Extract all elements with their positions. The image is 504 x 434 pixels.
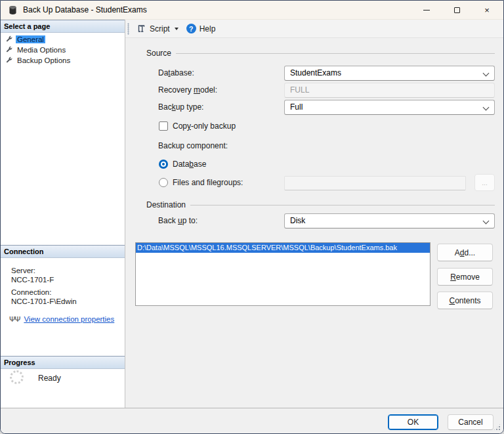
sidebar: Select a page GeneralMedia OptionsBackup…	[1, 20, 125, 408]
back-up-to-value: Disk	[290, 216, 305, 225]
minimize-button[interactable]	[411, 1, 442, 20]
wrench-icon	[5, 35, 13, 43]
titlebar: Back Up Database - StudentExams ×	[1, 1, 503, 20]
destination-group-header: Destination	[146, 200, 495, 209]
chevron-down-icon	[483, 218, 490, 225]
chevron-down-icon	[483, 104, 490, 111]
backup-database-dialog: Back Up Database - StudentExams × Select…	[0, 0, 504, 434]
maximize-icon	[454, 7, 460, 13]
minimize-icon	[423, 10, 430, 11]
database-radio[interactable]	[159, 160, 168, 169]
chevron-down-icon	[483, 70, 490, 77]
backup-destinations-listbox[interactable]: D:\Data\MSSQL\MSSQL16.MSSQLSERVER\MSSQL\…	[135, 242, 430, 306]
backup-component-database-row: Database	[159, 159, 206, 169]
plug-icon: ΨΨ	[9, 315, 20, 324]
backup-type-combobox[interactable]: Full	[284, 100, 495, 115]
back-up-to-combobox[interactable]: Disk	[284, 213, 495, 228]
backup-component-files-row: Files and filegroups:	[159, 177, 243, 188]
content-area: Source Database: StudentExams Recovery m…	[125, 38, 503, 408]
resize-grip[interactable]	[494, 423, 501, 431]
copy-only-backup-row: Copy-only backup	[159, 121, 236, 131]
window-title: Back Up Database - StudentExams	[23, 5, 147, 14]
select-a-page-header: Select a page	[1, 20, 125, 33]
source-group-label: Source	[146, 49, 171, 58]
database-icon	[8, 5, 18, 15]
connection-header: Connection	[1, 245, 125, 258]
database-value: StudentExams	[290, 68, 341, 77]
progress-header: Progress	[1, 356, 125, 369]
help-icon: ?	[186, 24, 196, 33]
script-icon	[136, 24, 146, 33]
source-group-line	[176, 53, 495, 54]
recovery-model-value: FULL	[290, 85, 309, 95]
close-button[interactable]: ×	[472, 1, 502, 20]
destination-group-line	[190, 205, 495, 206]
spinner-icon	[10, 370, 24, 384]
help-button[interactable]: ? Help	[184, 21, 219, 37]
destination-group-label: Destination	[146, 200, 186, 209]
ok-button[interactable]: OK	[388, 414, 438, 430]
main-pane: Script ? Help Source Database: StudentEx…	[125, 20, 503, 433]
script-label: Script	[150, 24, 170, 33]
wrench-icon	[5, 56, 13, 64]
toolbar: Script ? Help	[125, 20, 503, 38]
recovery-model-field: FULL	[284, 83, 495, 98]
contents-button[interactable]: Contents	[437, 292, 493, 309]
script-button[interactable]: Script	[134, 21, 173, 37]
wrench-icon	[5, 46, 13, 54]
cancel-button[interactable]: Cancel	[448, 414, 494, 430]
back-up-to-label: Back up to:	[158, 213, 198, 228]
database-label: Database:	[158, 66, 194, 81]
sidebar-item-general[interactable]: General	[1, 34, 125, 45]
files-and-filegroups-field	[284, 176, 466, 190]
recovery-model-label: Recovery model:	[158, 83, 217, 98]
progress-panel: Progress Ready	[1, 356, 125, 369]
close-icon: ×	[484, 6, 490, 14]
backup-type-label: Backup type:	[158, 100, 203, 115]
backup-type-value: Full	[290, 102, 303, 112]
add-button[interactable]: Add...	[437, 244, 493, 261]
source-group-header: Source	[146, 49, 495, 58]
sidebar-item-label: Media Options	[16, 46, 67, 54]
copy-only-backup-label: Copy-only backup	[173, 121, 236, 131]
page-list: GeneralMedia OptionsBackup Options	[1, 34, 125, 66]
connection-value: NCC-1701-F\Edwin	[1, 297, 125, 306]
maximize-button[interactable]	[442, 1, 472, 20]
database-combobox[interactable]: StudentExams	[284, 66, 495, 81]
backup-path-item[interactable]: D:\Data\MSSQL\MSSQL16.MSSQLSERVER\MSSQL\…	[136, 243, 430, 253]
connection-panel: Connection Server: NCC-1701-F Connection…	[1, 245, 125, 323]
help-label: Help	[200, 24, 216, 33]
server-label: Server:	[1, 266, 125, 275]
footer: OK Cancel	[1, 408, 503, 433]
sidebar-item-label: General	[16, 35, 45, 43]
server-value: NCC-1701-F	[1, 275, 125, 284]
sidebar-item-label: Backup Options	[16, 56, 72, 64]
toolbar-grip	[127, 23, 129, 35]
connection-label: Connection:	[1, 288, 125, 297]
view-connection-properties-link[interactable]: View connection properties	[24, 315, 114, 323]
browse-button: ...	[474, 174, 495, 191]
copy-only-backup-checkbox[interactable]	[159, 121, 168, 131]
remove-button[interactable]: Remove	[437, 268, 493, 286]
sidebar-item-backup-options[interactable]: Backup Options	[1, 55, 125, 66]
backup-component-label: Backup component:	[158, 141, 228, 151]
script-dropdown-icon[interactable]	[175, 28, 178, 30]
progress-status: Ready	[38, 374, 61, 383]
sidebar-item-media-options[interactable]: Media Options	[1, 45, 125, 55]
files-and-filegroups-radio[interactable]	[159, 178, 168, 187]
database-radio-label: Database	[173, 160, 206, 169]
files-and-filegroups-label: Files and filegroups:	[173, 178, 243, 187]
